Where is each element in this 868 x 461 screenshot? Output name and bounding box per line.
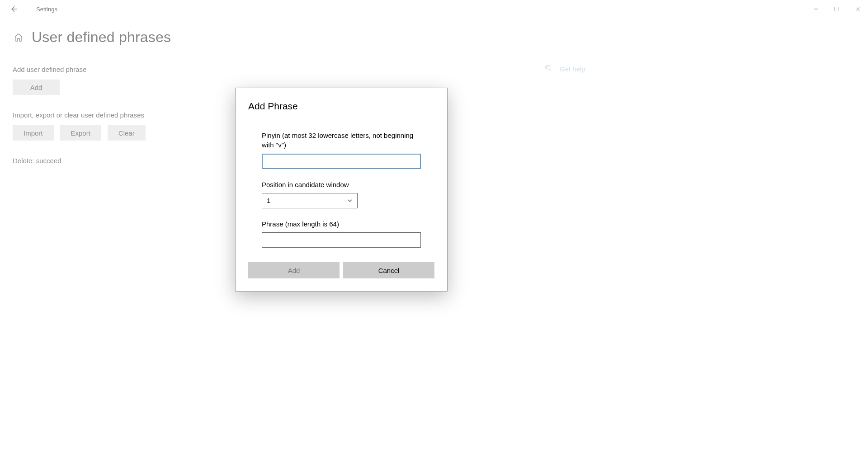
export-button[interactable]: Export [60,125,101,141]
clear-button[interactable]: Clear [108,125,146,141]
close-icon [855,6,860,12]
close-button[interactable] [847,2,868,16]
minimize-icon [813,6,819,12]
phrase-label: Phrase (max length is 64) [262,219,421,229]
dialog-cancel-button[interactable]: Cancel [343,262,434,278]
maximize-button[interactable] [826,2,847,16]
help-icon [542,64,552,73]
pinyin-label: Pinyin (at most 32 lowercase letters, no… [262,131,421,150]
get-help-link[interactable]: Get help [542,64,585,73]
add-button[interactable]: Add [13,80,60,95]
minimize-button[interactable] [806,2,826,16]
position-value: 1 [267,197,270,204]
dialog-add-button[interactable]: Add [248,262,340,278]
position-label: Position in candidate window [262,180,421,189]
maximize-icon [834,6,840,12]
add-section-label: Add user defined phrase [13,66,868,73]
position-field: Position in candidate window 1 [262,180,421,208]
dialog-title: Add Phrase [248,101,434,112]
add-phrase-dialog: Add Phrase Pinyin (at most 32 lowercase … [235,88,448,292]
svg-rect-2 [835,7,839,11]
pinyin-input[interactable] [262,154,421,169]
arrow-left-icon [10,5,17,13]
phrase-input[interactable] [262,232,421,248]
titlebar: Settings [0,0,868,18]
home-icon[interactable] [14,33,24,42]
chevron-down-icon [347,198,353,203]
phrase-field: Phrase (max length is 64) [262,219,421,248]
position-select[interactable]: 1 [262,193,358,208]
page-title: User defined phrases [32,29,171,46]
app-title: Settings [36,6,57,13]
window-controls [806,0,868,18]
page-header: User defined phrases [13,29,868,46]
import-button[interactable]: Import [13,125,54,141]
back-button[interactable] [5,0,23,18]
help-label: Get help [560,65,585,73]
pinyin-field: Pinyin (at most 32 lowercase letters, no… [262,131,421,169]
